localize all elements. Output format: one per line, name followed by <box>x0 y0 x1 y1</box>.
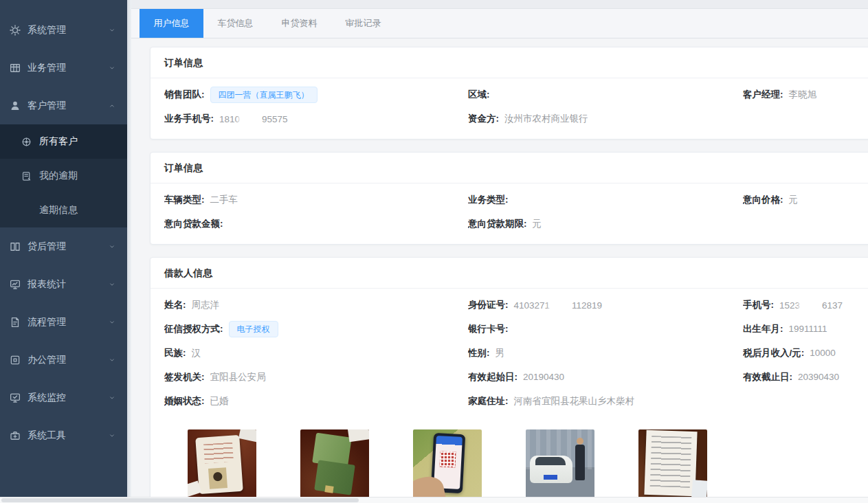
office-icon <box>9 354 21 366</box>
field <box>743 389 868 413</box>
user-icon <box>9 100 21 112</box>
chevron-down-icon <box>108 280 116 289</box>
field: 征信授权方式:电子授权 <box>164 317 468 341</box>
field-label: 有效起始日: <box>468 371 518 383</box>
field: 销售团队:四团一营（直属王鹏飞） <box>164 82 468 107</box>
sidebar-item-system-management[interactable]: 系统管理 <box>0 11 127 49</box>
tab-bar: 用户信息车贷信息申贷资料审批记录 <box>131 9 868 38</box>
chart-monitor-icon <box>9 278 21 291</box>
field-label: 意向贷款期限: <box>468 218 527 230</box>
photo-thumbnail[interactable] <box>526 429 594 498</box>
field-label: 出生年月: <box>743 323 783 335</box>
sidebar-item-post-loan-management[interactable]: 贷后管理 <box>0 227 127 265</box>
sidebar-subitem-all-customers[interactable]: 所有客户 <box>0 124 127 159</box>
field-value: 汝州市农村商业银行 <box>504 113 588 125</box>
field: 有效截止日:20390430 <box>743 365 868 389</box>
field: 意向价格:元 <box>743 188 868 212</box>
tag-value[interactable]: 电子授权 <box>229 321 278 337</box>
field-value: 河南省宜阳县花果山乡木柴村 <box>514 395 635 407</box>
photo-booklet[interactable]: 驾驶证照片 <box>300 429 369 503</box>
photo-phone[interactable]: 授权截图 <box>413 429 482 503</box>
card-order-info-1: 订单信息销售团队:四团一营（直属王鹏飞）区域:客户经理:李晓旭业务手机号:181… <box>150 47 868 139</box>
top-strip <box>131 0 868 9</box>
book-icon <box>9 241 21 253</box>
chevron-up-icon <box>108 102 116 110</box>
photo-thumbnail[interactable] <box>188 429 256 498</box>
sidebar-item-process-management[interactable]: 流程管理 <box>0 303 127 341</box>
workflow-icon <box>9 316 21 328</box>
tab-approval-records[interactable]: 审批记录 <box>331 9 395 38</box>
photo-row: 身份证驾驶证照片授权截图人车合影其他材料 <box>164 413 868 503</box>
sidebar-item-system-tools[interactable]: 系统工具 <box>0 416 127 454</box>
chevron-down-icon <box>108 356 116 364</box>
sidebar-subitem-my-overdue[interactable]: 我的逾期 <box>0 159 127 193</box>
tab-loan-application-docs[interactable]: 申贷资料 <box>267 9 331 38</box>
gear-icon <box>9 24 21 36</box>
field-label: 意向贷款金额: <box>164 218 223 230</box>
field-label: 家庭住址: <box>468 395 509 407</box>
field-value: 周志洋 <box>192 299 220 311</box>
sidebar-item-label: 办公管理 <box>27 354 108 366</box>
field-label: 征信授权方式: <box>164 323 223 335</box>
card-title: 借款人信息 <box>151 258 868 289</box>
submenu-customer-management: 所有客户我的逾期逾期信息 <box>0 124 127 227</box>
wheel-icon <box>21 136 32 148</box>
monitor-check-icon <box>9 392 21 404</box>
field-label: 姓名: <box>164 299 186 311</box>
field-value: 4103271112819 <box>514 300 603 311</box>
field-label: 税后月收入/元: <box>743 347 804 359</box>
tab-user-info[interactable]: 用户信息 <box>140 9 203 38</box>
photo-thumbnail[interactable] <box>638 429 707 498</box>
photo-paper[interactable]: 其他材料 <box>638 429 707 503</box>
field-label: 业务类型: <box>468 194 509 206</box>
sidebar-item-office-management[interactable]: 办公管理 <box>0 341 127 379</box>
field-label: 资金方: <box>468 113 499 125</box>
field <box>743 107 868 131</box>
field: 身份证号:4103271112819 <box>468 293 743 317</box>
sidebar-item-customer-management[interactable]: 客户管理 <box>0 87 127 124</box>
sidebar-subitem-label: 逾期信息 <box>39 204 78 216</box>
sidebar-item-system-monitor[interactable]: 系统监控 <box>0 379 127 416</box>
field-label: 意向价格: <box>743 194 783 206</box>
photo-car[interactable]: 人车合影 <box>526 429 594 503</box>
sidebar-subitem-overdue-info[interactable]: 逾期信息 <box>0 193 127 227</box>
sidebar-item-business-management[interactable]: 业务管理 <box>0 49 127 87</box>
photo-thumbnail[interactable] <box>300 429 369 498</box>
field-label: 有效截止日: <box>743 371 792 383</box>
horizontal-scrollbar-thumb[interactable] <box>1 498 359 502</box>
card-borrower-info: 借款人信息姓名:周志洋身份证号:4103271112819手机号:1523613… <box>150 257 868 503</box>
field-label: 签发机关: <box>164 371 205 383</box>
sidebar-item-label: 业务管理 <box>27 62 108 74</box>
field <box>743 212 868 236</box>
field: 税后月收入/元:10000 <box>743 341 868 365</box>
tab-car-loan-info[interactable]: 车贷信息 <box>203 9 267 38</box>
redaction-box <box>800 300 822 310</box>
field: 出生年月:19911111 <box>743 317 868 341</box>
field-label: 婚姻状态: <box>164 395 205 407</box>
chevron-down-icon <box>108 394 116 402</box>
chevron-down-icon <box>108 432 116 440</box>
photo-thumbnail[interactable] <box>413 429 482 498</box>
field-label: 区域: <box>468 89 490 101</box>
card-title: 订单信息 <box>151 153 868 183</box>
tag-value[interactable]: 四团一营（直属王鹏飞） <box>210 87 318 103</box>
notebook-icon <box>21 170 32 182</box>
field-label: 性别: <box>468 347 490 359</box>
chevron-down-icon <box>108 243 116 251</box>
photo-idcard[interactable]: 身份证 <box>188 429 256 503</box>
field-value: 15236137 <box>779 300 843 311</box>
field: 区域: <box>468 82 743 107</box>
horizontal-scrollbar-track[interactable] <box>0 497 868 503</box>
sidebar-item-label: 流程管理 <box>27 316 108 328</box>
sidebar-item-report-statistics[interactable]: 报表统计 <box>0 265 127 303</box>
sidebar-item-label: 系统工具 <box>27 429 108 442</box>
field-label: 车辆类型: <box>164 194 205 206</box>
card-title: 订单信息 <box>151 47 868 78</box>
field: 银行卡号: <box>468 317 743 341</box>
field: 意向贷款金额: <box>164 212 468 236</box>
field-label: 客户经理: <box>743 89 783 101</box>
field-label: 手机号: <box>743 299 774 311</box>
field: 性别:男 <box>468 341 743 365</box>
field-value: 已婚 <box>210 395 229 407</box>
field: 车辆类型:二手车 <box>164 188 468 212</box>
